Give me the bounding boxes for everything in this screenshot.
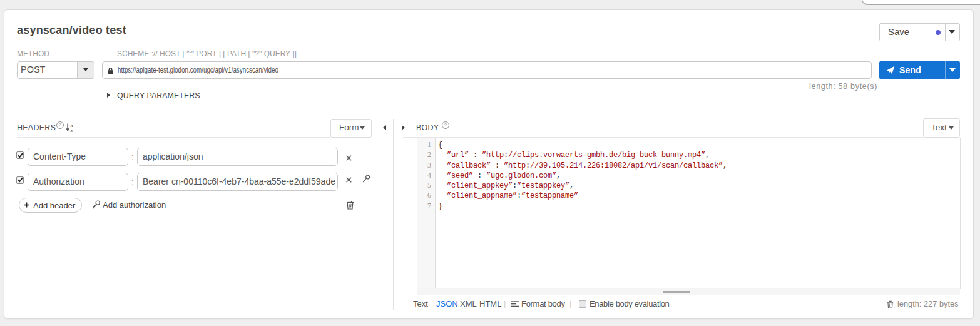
svg-text:A: A bbox=[70, 123, 73, 128]
svg-text:Z: Z bbox=[70, 128, 73, 132]
